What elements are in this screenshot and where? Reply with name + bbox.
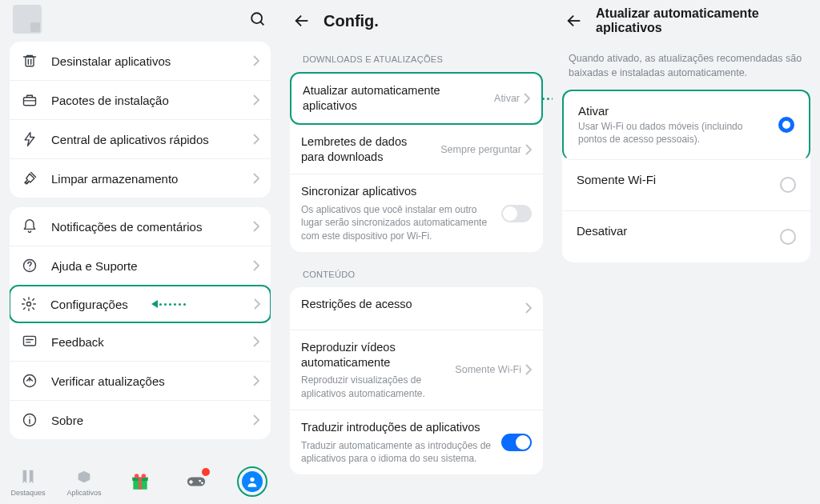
toggle-switch[interactable] — [501, 434, 532, 451]
trash-icon — [21, 52, 38, 70]
svg-rect-26 — [189, 482, 193, 483]
menu-item-label: Limpar armazenamento — [51, 172, 253, 186]
option-title: Desativar — [577, 224, 770, 238]
settings-row[interactable]: Atualizar automaticamente aplicativos At… — [290, 72, 543, 125]
search-button[interactable] — [248, 10, 267, 29]
row-title: Reproduzir vídeos automaticamente — [301, 340, 447, 370]
svg-rect-2 — [26, 57, 34, 66]
settings-row[interactable]: Sincronizar aplicativos Os aplicativos q… — [290, 174, 543, 251]
section-header: DOWNLOADS E ATUALIZAÇÕES — [280, 40, 553, 69]
back-button[interactable] — [565, 12, 583, 30]
bolt-icon — [21, 130, 38, 148]
menu-item-help[interactable]: Ajuda e Suporte — [10, 246, 271, 286]
row-title: Traduzir introduções de aplicativos — [301, 420, 493, 435]
row-value: Somente Wi-Fi — [455, 364, 521, 375]
row-title: Restrições de acesso — [301, 297, 517, 312]
info-icon — [21, 411, 38, 429]
broom-icon — [21, 170, 38, 187]
option-subtitle: Usar Wi-Fi ou dados móveis (incluindo po… — [578, 120, 769, 146]
avatar[interactable] — [13, 5, 42, 34]
svg-point-23 — [142, 474, 146, 478]
nav-tab-games[interactable] — [172, 471, 220, 492]
settings-row[interactable]: Restrições de acesso — [290, 287, 543, 330]
menu-item-info[interactable]: Sobre — [10, 401, 271, 439]
nav-tab-profile[interactable] — [228, 466, 276, 497]
menu-group-1: Desinstalar aplicativos Pacotes de insta… — [10, 42, 271, 198]
settings-row[interactable]: Lembretes de dados para downloads Sempre… — [290, 125, 543, 175]
chevron-right-icon — [525, 144, 532, 155]
menu-item-update[interactable]: Verificar atualizações — [10, 362, 271, 401]
row-subtitle: Reproduzir visualizações de aplicativos … — [301, 374, 447, 399]
annotation-arrow — [542, 94, 553, 102]
notification-dot — [202, 468, 210, 476]
row-subtitle: Os aplicativos que você instalar em outr… — [301, 203, 493, 242]
menu-item-feedback[interactable]: Feedback — [10, 322, 271, 362]
row-value: Ativar — [494, 93, 520, 104]
svg-point-11 — [27, 302, 31, 306]
row-title: Lembretes de dados para downloads — [301, 134, 432, 165]
menu-item-label: Feedback — [51, 335, 253, 349]
row-title: Sincronizar aplicativos — [301, 184, 493, 199]
gift-icon — [130, 471, 151, 492]
menu-item-broom[interactable]: Limpar armazenamento — [10, 159, 271, 198]
gear-icon — [20, 295, 38, 313]
row-title: Atualizar automaticamente aplicativos — [303, 83, 486, 114]
nav-tab-gifts[interactable] — [116, 471, 164, 492]
svg-rect-5 — [24, 98, 36, 106]
menu-group-2: Notificações de comentários Ajuda e Supo… — [10, 207, 271, 439]
settings-row[interactable]: Reproduzir vídeos automaticamente Reprod… — [290, 330, 543, 410]
profile-panel: Desinstalar aplicativos Pacotes de insta… — [0, 0, 280, 504]
panel-title: Config. — [324, 12, 379, 30]
radio-button[interactable] — [780, 229, 796, 245]
profile-icon — [242, 471, 263, 492]
svg-point-0 — [251, 13, 262, 23]
config-panel: Config. DOWNLOADS E ATUALIZAÇÕES Atualiz… — [280, 0, 553, 504]
nav-tab-featured[interactable]: Destaques — [4, 466, 52, 497]
menu-item-trash[interactable]: Desinstalar aplicativos — [10, 42, 271, 81]
section-header: CONTEÚDO — [280, 255, 553, 284]
row-subtitle: Traduzir automaticamente as introduções … — [301, 439, 493, 465]
menu-item-bell[interactable]: Notificações de comentários — [10, 207, 271, 246]
auto-update-panel: Atualizar automaticamente aplicativos Qu… — [553, 0, 820, 504]
radio-group: Ativar Usar Wi-Fi ou dados móveis (inclu… — [562, 90, 810, 262]
settings-group-downloads: Atualizar automaticamente aplicativos At… — [290, 72, 543, 252]
menu-item-bolt[interactable]: Central de aplicativos rápidos — [10, 120, 271, 159]
menu-item-briefcase[interactable]: Pacotes de instalação — [10, 81, 271, 120]
feedback-icon — [21, 333, 38, 350]
menu-item-label: Notificações de comentários — [51, 220, 253, 234]
back-button[interactable] — [293, 12, 311, 30]
radio-button[interactable] — [780, 177, 796, 193]
radio-option[interactable]: Desativar — [562, 211, 810, 262]
arrow-left-icon — [293, 12, 311, 30]
menu-item-label: Desinstalar aplicativos — [51, 54, 253, 68]
search-icon — [249, 10, 267, 28]
radio-option[interactable]: Ativar Usar Wi-Fi ou dados móveis (inclu… — [562, 90, 810, 159]
arrow-left-icon — [565, 12, 583, 30]
chevron-right-icon — [525, 364, 532, 375]
menu-item-label: Verificar atualizações — [51, 374, 253, 388]
briefcase-icon — [21, 91, 38, 109]
chevron-right-icon — [524, 93, 530, 104]
menu-item-gear[interactable]: Configurações — [10, 285, 271, 323]
option-title: Ativar — [578, 104, 769, 118]
toggle-switch[interactable] — [501, 205, 532, 222]
panel-description: Quando ativado, as atualizações recomend… — [553, 40, 820, 85]
radio-option[interactable]: Somente Wi-Fi — [562, 160, 810, 211]
svg-point-28 — [201, 482, 203, 484]
nav-tab-apps[interactable]: Aplicativos — [60, 466, 108, 497]
menu-item-label: Central de aplicativos rápidos — [51, 133, 253, 146]
profile-highlight-ring — [237, 466, 267, 497]
settings-group-content: Restrições de acesso Reproduzir vídeos a… — [290, 287, 543, 474]
update-icon — [21, 372, 38, 390]
svg-rect-12 — [24, 336, 36, 346]
menu-item-label: Pacotes de instalação — [51, 94, 253, 107]
svg-point-22 — [135, 474, 139, 478]
settings-row[interactable]: Traduzir introduções de aplicativos Trad… — [290, 410, 543, 474]
panel-title: Atualizar automaticamente aplicativos — [596, 6, 807, 35]
bookmark-icon — [18, 466, 38, 487]
radio-button[interactable] — [778, 117, 794, 133]
row-value: Sempre perguntar — [440, 144, 521, 155]
gamepad-icon — [186, 471, 207, 492]
annotation-arrow — [151, 300, 186, 308]
bell-icon — [21, 218, 38, 235]
